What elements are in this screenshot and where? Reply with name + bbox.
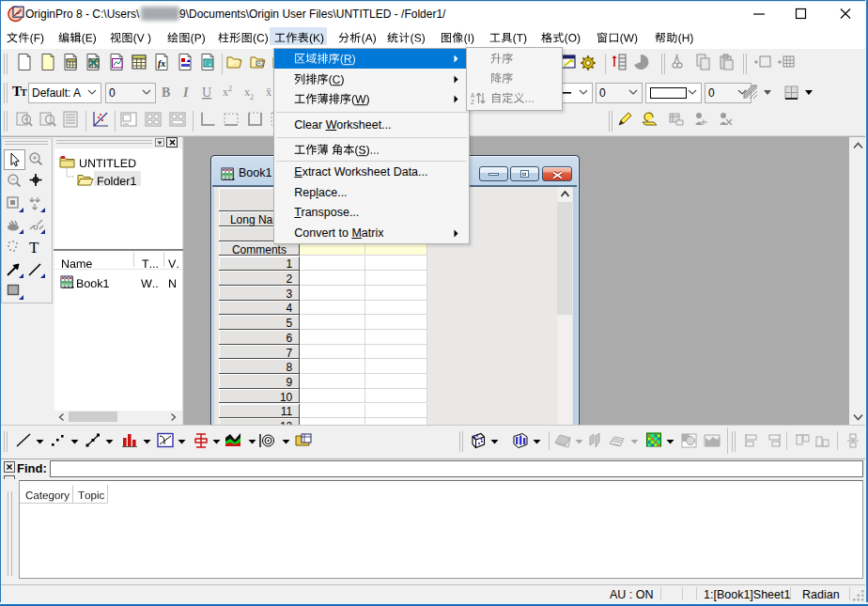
- svg-text:A: A: [471, 91, 475, 98]
- svg-text:B: B: [162, 85, 170, 100]
- svg-text:fx: fx: [158, 58, 165, 69]
- svg-text:x̄: x̄: [266, 85, 271, 99]
- svg-text:T: T: [29, 239, 39, 256]
- svg-text:Z: Z: [471, 99, 474, 105]
- svg-text:2: 2: [250, 93, 254, 101]
- svg-text:U: U: [202, 85, 211, 100]
- svg-text:I: I: [182, 85, 189, 100]
- svg-text:2: 2: [228, 85, 232, 93]
- svg-text:T: T: [21, 87, 27, 98]
